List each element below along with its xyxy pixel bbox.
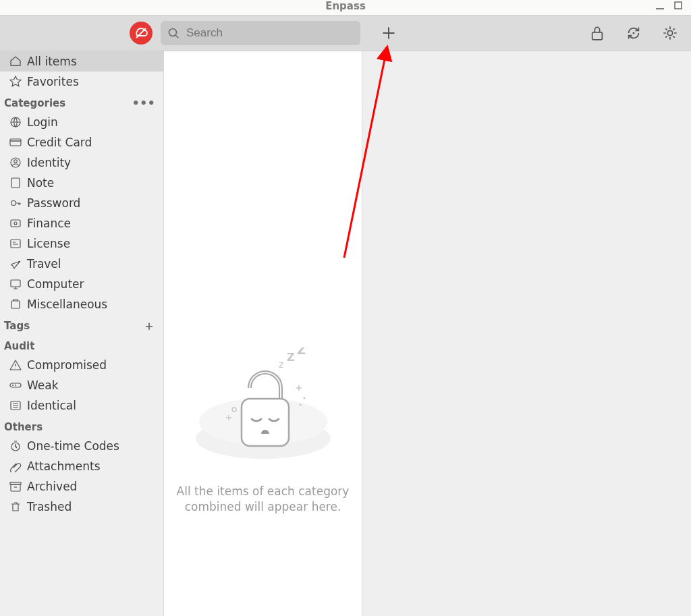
sidebar-item-label: Compromised — [27, 358, 107, 372]
toolbar — [0, 15, 691, 51]
sidebar-item-trashed[interactable]: Trashed — [0, 497, 163, 517]
credit-card-icon — [9, 136, 22, 148]
sidebar-item-label: Trashed — [27, 500, 72, 513]
sidebar-item-label: Favorites — [27, 75, 79, 88]
sidebar-section-audit: Audit — [0, 335, 163, 355]
weak-icon — [9, 379, 22, 391]
sidebar-item-label: Credit Card — [27, 136, 92, 149]
archive-icon — [9, 480, 22, 493]
sidebar-item-label: Finance — [27, 217, 71, 230]
sidebar-section-title: Others — [4, 421, 43, 433]
item-list-pane: z Z Z All the items of each category — [164, 51, 362, 616]
sidebar-section-tags: Tags＋ — [0, 314, 163, 335]
svg-text:z: z — [279, 359, 283, 370]
minimize-button[interactable] — [653, 0, 667, 12]
search-icon — [167, 27, 179, 39]
section-options-button[interactable]: ••• — [132, 97, 155, 109]
search-input[interactable] — [185, 26, 354, 40]
sidebar-item-compromised[interactable]: Compromised — [0, 355, 163, 375]
sidebar-item-identity[interactable]: Identity — [0, 152, 163, 173]
miscellaneous-icon — [9, 298, 22, 310]
sidebar-item-label: Identity — [27, 156, 71, 169]
sidebar-item-travel[interactable]: Travel — [0, 254, 163, 274]
sidebar-item-label: Identical — [27, 399, 76, 412]
svg-point-29 — [299, 404, 301, 406]
sidebar: All itemsFavoritesCategories•••LoginCred… — [0, 51, 164, 616]
main-area: All itemsFavoritesCategories•••LoginCred… — [0, 51, 691, 616]
sidebar-item-label: Archived — [27, 480, 77, 493]
identity-icon — [9, 157, 22, 169]
sidebar-section-title: Categories — [4, 97, 65, 109]
svg-text:Z: Z — [287, 351, 295, 364]
sync-button[interactable] — [625, 24, 642, 42]
computer-icon — [9, 278, 22, 290]
svg-point-30 — [303, 397, 305, 399]
titlebar: Enpass — [0, 0, 691, 15]
search-field[interactable] — [161, 21, 360, 45]
license-icon — [9, 237, 22, 250]
detail-pane — [362, 51, 691, 616]
sidebar-item-license[interactable]: License — [0, 233, 163, 254]
sidebar-item-one-time-codes[interactable]: One-time Codes — [0, 436, 163, 456]
sidebar-item-label: Computer — [27, 277, 84, 291]
sidebar-item-favorites[interactable]: Favorites — [0, 72, 163, 92]
sidebar-item-login[interactable]: Login — [0, 112, 163, 132]
sidebar-item-finance[interactable]: Finance — [0, 213, 163, 233]
finance-icon — [9, 217, 22, 229]
sidebar-item-miscellaneous[interactable]: Miscellaneous — [0, 294, 163, 314]
empty-state-line2: combined will appear here. — [185, 500, 341, 513]
sidebar-item-label: One-time Codes — [27, 439, 119, 453]
svg-text:Z: Z — [297, 347, 306, 357]
window-title: Enpass — [325, 0, 366, 12]
sidebar-item-password[interactable]: Password — [0, 193, 163, 213]
sidebar-item-label: Note — [27, 176, 54, 190]
maximize-button[interactable] — [672, 0, 686, 12]
paperclip-icon — [9, 460, 22, 472]
sidebar-item-credit-card[interactable]: Credit Card — [0, 132, 163, 152]
svg-rect-22 — [675, 2, 682, 9]
note-icon — [9, 177, 22, 189]
lock-button[interactable] — [588, 24, 606, 42]
sidebar-item-label: Miscellaneous — [27, 298, 107, 311]
sidebar-item-all-items[interactable]: All items — [0, 51, 163, 72]
sidebar-item-computer[interactable]: Computer — [0, 274, 163, 294]
sidebar-item-archived[interactable]: Archived — [0, 476, 163, 497]
sidebar-item-label: Travel — [27, 257, 61, 271]
svg-rect-31 — [242, 399, 289, 446]
identical-icon — [9, 399, 22, 412]
sidebar-item-identical[interactable]: Identical — [0, 395, 163, 416]
trash-icon — [9, 501, 22, 513]
warning-icon — [9, 359, 22, 371]
sidebar-section-others: Others — [0, 416, 163, 436]
sidebar-item-label: License — [27, 237, 70, 250]
empty-state-illustration: z Z Z — [186, 347, 341, 469]
sidebar-item-label: Login — [27, 115, 58, 129]
sidebar-item-label: Password — [27, 196, 80, 210]
sidebar-item-label: Attachments — [27, 459, 101, 473]
sidebar-item-attachments[interactable]: Attachments — [0, 456, 163, 476]
star-icon — [9, 76, 22, 88]
cloud-sync-off-badge[interactable] — [130, 22, 153, 45]
sidebar-item-weak[interactable]: Weak — [0, 375, 163, 395]
timer-icon — [9, 440, 22, 452]
add-item-button[interactable] — [377, 21, 401, 45]
sidebar-item-label: All items — [27, 55, 77, 68]
sidebar-item-label: Weak — [27, 379, 59, 392]
sidebar-item-note[interactable]: Note — [0, 173, 163, 193]
empty-state-line1: All the items of each category — [177, 484, 350, 498]
home-icon — [9, 55, 22, 67]
settings-button[interactable] — [661, 24, 679, 42]
sidebar-section-title: Audit — [4, 340, 34, 352]
globe-icon — [9, 116, 22, 128]
sidebar-section-title: Tags — [4, 320, 30, 332]
key-icon — [9, 197, 22, 209]
travel-icon — [9, 258, 22, 270]
sidebar-section-categories: Categories••• — [0, 92, 163, 112]
empty-state-text: All the items of each category combined … — [165, 484, 362, 515]
add-tag-button[interactable]: ＋ — [143, 320, 155, 332]
